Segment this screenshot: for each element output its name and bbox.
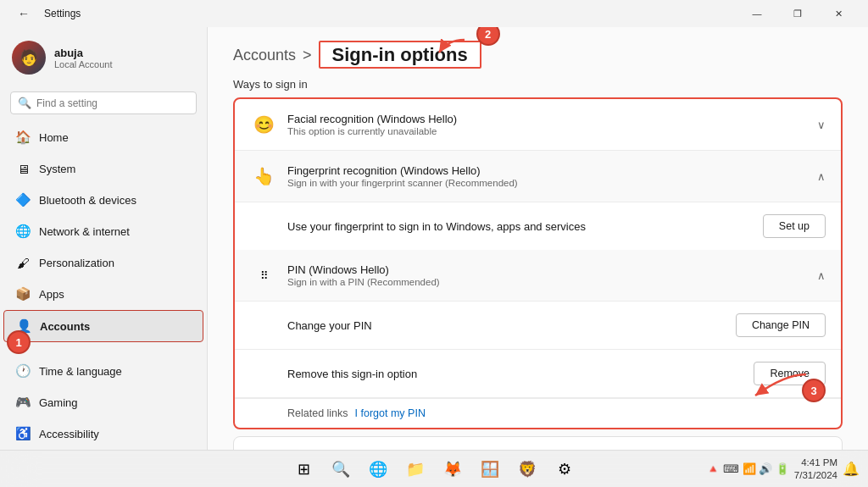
fingerprint-icon: 👆 [250,163,277,190]
pin-chevron: ∧ [817,269,826,282]
sidebar-item-gaming[interactable]: 🎮 Gaming [3,387,203,418]
pin-text: PIN (Windows Hello) Sign in with a PIN (… [287,263,817,287]
facial-title: Facial recognition (Windows Hello) [287,113,817,125]
sidebar-item-accounts[interactable]: 👤 Accounts [3,310,203,342]
breadcrumb-current-wrapper: Sign-in options 2 [319,44,481,66]
personalization-icon: 🖌 [15,255,31,270]
annotation-circle-2: 2 [476,27,500,46]
sidebar-item-apps-label: Apps [39,288,64,301]
taskbar-search[interactable]: 🔍 [326,454,356,484]
annotation-circle-3: 3 [802,379,826,402]
taskbar-settings[interactable]: ⚙ [549,454,580,484]
sidebar: 🧑 abuja Local Account 🔍 🏠 Home 🖥 System … [0,27,208,450]
sidebar-item-bluetooth-label: Bluetooth & devices [39,194,136,207]
taskbar-sys-icons: 🔺 ⌨ 📶 🔊 🔋 [706,462,788,475]
sidebar-item-system-label: System [39,163,75,175]
sidebar-item-personalization[interactable]: 🖌 Personalization [3,247,203,278]
sidebar-profile: 🧑 abuja Local Account [0,27,207,88]
date-display: 7/31/2024 [794,469,837,482]
annotation-2: 2 [476,27,500,46]
sidebar-item-time-label: Time & language [39,365,122,378]
system-icon: 🖥 [15,161,31,176]
change-pin-text: Change your PIN [287,319,372,332]
section-title: Ways to sign in [233,78,843,91]
forgot-pin-link[interactable]: I forgot my PIN [355,407,426,419]
remove-pin-row: Remove this sign-in option Remove [235,350,841,398]
bluetooth-icon: 🔷 [15,192,31,208]
pin-row[interactable]: ⠿ PIN (Windows Hello) Sign in with a PIN… [235,250,841,302]
breadcrumb-separator: > [303,47,312,64]
breadcrumb: Accounts > Sign-in options 2 [233,44,843,66]
start-button[interactable]: ⊞ [288,454,319,484]
pin-expanded-content: Change your PIN Change PIN Remove this s… [235,302,841,428]
sidebar-item-accessibility[interactable]: ♿ Accessibility [3,418,203,449]
sidebar-item-accounts-label: Accounts [40,320,90,333]
search-input[interactable] [36,97,189,109]
content-area: Accounts > Sign-in options 2 [208,27,868,450]
fingerprint-setup-button[interactable]: Set up [763,214,826,238]
profile-info: abuja Local Account [54,47,113,69]
taskbar-firefox[interactable]: 🦊 [437,454,468,484]
change-pin-row: Change your PIN Change PIN [235,302,841,350]
sidebar-item-time[interactable]: 🕐 Time & language [3,356,203,386]
facial-text: Facial recognition (Windows Hello) This … [287,113,817,136]
fingerprint-text: Fingerprint recognition (Windows Hello) … [287,164,817,188]
taskbar-brave[interactable]: 🦁 [512,454,542,484]
fingerprint-chevron: ∧ [817,170,826,183]
sidebar-item-network[interactable]: 🌐 Network & internet [3,216,203,246]
minimize-button[interactable]: — [737,0,776,27]
annotation-1: 1 [7,330,31,354]
fingerprint-subtitle: Sign in with your fingerprint scanner (R… [287,178,817,188]
accessibility-icon: ♿ [15,426,31,441]
taskbar-notification[interactable]: 🔔 [843,461,860,477]
sidebar-item-system[interactable]: 🖥 System [3,153,203,184]
back-button[interactable]: ← [10,0,37,27]
fingerprint-title: Fingerprint recognition (Windows Hello) [287,164,817,177]
sign-in-options-container: 😊 Facial recognition (Windows Hello) Thi… [233,97,843,429]
security-key-row[interactable]: 🔑 Security key Sign in with a physical s… [234,437,842,450]
related-links-label: Related links [287,407,348,419]
pin-subtitle: Sign in with a PIN (Recommended) [287,277,817,287]
close-button[interactable]: ✕ [819,0,858,27]
security-key-section: 🔑 Security key Sign in with a physical s… [233,436,843,450]
time-icon: 🕐 [15,363,31,379]
fingerprint-recognition-row[interactable]: 👆 Fingerprint recognition (Windows Hello… [235,151,841,202]
network-icon: 🌐 [15,224,31,239]
facial-chevron: ∨ [817,119,826,131]
taskbar-center: ⊞ 🔍 🌐 📁 🦊 🪟 🦁 ⚙ [288,454,580,484]
gaming-icon: 🎮 [15,395,31,410]
related-links: Related links I forgot my PIN [235,398,841,428]
fingerprint-setup-row: Use your fingerprint to sign in to Windo… [235,202,841,250]
nav-list: 🏠 Home 🖥 System 🔷 Bluetooth & devices 🌐 … [0,121,207,450]
apps-icon: 📦 [15,286,31,302]
sidebar-item-apps[interactable]: 📦 Apps [3,279,203,309]
pin-title: PIN (Windows Hello) [287,263,817,276]
titlebar: ← Settings — ❐ ✕ [0,0,868,27]
sidebar-item-home-label: Home [39,131,69,144]
app-body: 🧑 abuja Local Account 🔍 🏠 Home 🖥 System … [0,27,868,450]
taskbar-right: 🔺 ⌨ 📶 🔊 🔋 4:41 PM 7/31/2024 🔔 [706,457,860,482]
sidebar-item-bluetooth[interactable]: 🔷 Bluetooth & devices [3,185,203,215]
change-pin-button[interactable]: Change PIN [736,313,826,337]
taskbar-edge[interactable]: 🌐 [363,454,393,484]
facial-recognition-row[interactable]: 😊 Facial recognition (Windows Hello) Thi… [235,99,841,151]
avatar: 🧑 [12,41,46,75]
home-icon: 🏠 [15,130,31,145]
breadcrumb-current: Sign-in options [319,41,481,69]
taskbar-explorer[interactable]: 📁 [400,454,431,484]
facial-subtitle: This option is currently unavailable [287,126,817,136]
annotation-3: 3 [802,379,826,402]
sidebar-item-home[interactable]: 🏠 Home [3,122,203,152]
sidebar-item-network-label: Network & internet [39,225,130,238]
sidebar-item-accessibility-label: Accessibility [39,428,99,440]
search-box[interactable]: 🔍 [10,91,197,114]
pin-icon: ⠿ [250,262,277,289]
maximize-button[interactable]: ❐ [778,0,817,27]
fingerprint-setup-text: Use your fingerprint to sign in to Windo… [287,220,586,233]
annotation-circle-1: 1 [7,330,31,354]
titlebar-controls: — ❐ ✕ [737,0,858,27]
profile-type: Local Account [54,59,113,69]
facial-icon: 😊 [250,111,277,138]
taskbar-store[interactable]: 🪟 [475,454,505,484]
breadcrumb-parent: Accounts [233,47,296,64]
